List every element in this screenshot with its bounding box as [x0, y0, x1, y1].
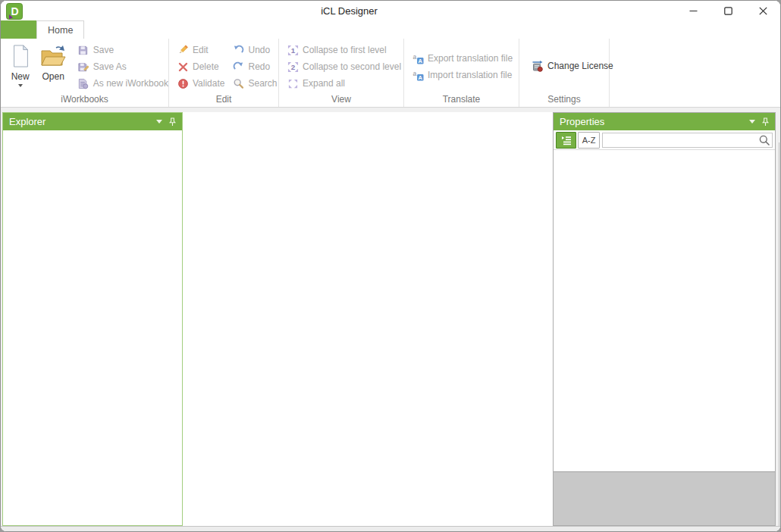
open-folder-icon — [39, 43, 67, 69]
validate-warning-icon — [177, 77, 189, 89]
window-bottom-strip — [1, 526, 780, 532]
svg-text:a: a — [412, 70, 416, 77]
open-button-label: Open — [42, 71, 64, 82]
properties-window-position-button[interactable] — [749, 120, 755, 124]
change-license-label: Change License — [547, 61, 613, 71]
delete-button[interactable]: Delete — [177, 58, 224, 75]
categorized-view-button[interactable] — [556, 132, 576, 149]
minimize-icon — [689, 7, 698, 15]
svg-text:A: A — [418, 57, 422, 64]
ribbon: New Open — [1, 39, 780, 108]
search-button-label: Search — [248, 78, 277, 89]
ribbon-group-view: 1 Collapse to first level 2 Collapse to … — [279, 39, 404, 107]
expand-all-label: Expand all — [303, 78, 345, 89]
ribbon-group-edit: Edit Delete Vali — [169, 39, 279, 107]
close-button[interactable] — [745, 1, 780, 20]
chevron-down-icon — [749, 120, 755, 124]
alphabetical-sort-label: A-Z — [582, 136, 596, 145]
properties-description-area — [554, 471, 775, 525]
collapse-to-second-level-icon: 2 — [287, 61, 299, 73]
chevron-down-icon — [18, 84, 23, 87]
save-as-icon — [77, 61, 89, 73]
redo-button-label: Redo — [248, 61, 270, 72]
search-button[interactable]: Search — [232, 75, 277, 92]
open-button[interactable]: Open — [38, 42, 67, 82]
pin-icon — [168, 117, 177, 127]
properties-list-area[interactable] — [554, 150, 775, 471]
close-icon — [759, 7, 767, 15]
as-new-iworkbook-button[interactable]: As new iWorkbook — [77, 75, 168, 92]
group-label-settings: Settings — [519, 94, 609, 105]
tab-home-label: Home — [48, 25, 73, 36]
properties-pin-button[interactable] — [761, 117, 770, 127]
explorer-pin-button[interactable] — [168, 117, 177, 127]
new-button[interactable]: New — [5, 42, 35, 87]
expand-all-button[interactable]: Expand all — [287, 75, 403, 92]
ribbon-group-translate: a A Export translation file a A Import t… — [404, 39, 519, 107]
change-license-button[interactable]: Change License — [532, 58, 613, 74]
collapse-second-level-button[interactable]: 2 Collapse to second level — [287, 58, 403, 75]
edit-pencil-icon — [177, 44, 189, 56]
undo-icon — [232, 44, 244, 56]
group-label-iworkbooks: iWorkbooks — [1, 94, 168, 105]
change-license-icon — [532, 60, 544, 72]
maximize-button[interactable] — [710, 1, 745, 20]
validate-button-label: Validate — [193, 78, 224, 89]
explorer-panel: Explorer — [2, 112, 183, 526]
ribbon-group-iworkbooks: New Open — [1, 39, 169, 107]
document-canvas — [183, 112, 553, 526]
delete-button-label: Delete — [193, 61, 219, 72]
expand-all-icon — [287, 77, 299, 89]
explorer-tree-area[interactable] — [3, 130, 182, 525]
ribbon-filler — [610, 39, 780, 107]
save-button-label: Save — [93, 45, 114, 55]
save-button[interactable]: Save — [77, 42, 168, 58]
minimize-button[interactable] — [676, 1, 710, 20]
group-label-translate: Translate — [404, 94, 519, 105]
export-translation-icon: a A — [412, 52, 424, 64]
redo-button[interactable]: Redo — [232, 58, 277, 75]
export-translation-button[interactable]: a A Export translation file — [412, 50, 519, 67]
app-window: D iCL Designer Home — [0, 0, 781, 532]
alphabetical-sort-button[interactable]: A-Z — [578, 132, 600, 149]
title-bar[interactable]: D iCL Designer — [1, 1, 780, 20]
pin-icon — [761, 117, 770, 127]
edit-button[interactable]: Edit — [177, 42, 224, 58]
application-menu-button[interactable] — [1, 20, 36, 39]
properties-search-box — [602, 133, 773, 148]
validate-button[interactable]: Validate — [177, 75, 224, 92]
group-label-edit: Edit — [169, 94, 278, 105]
properties-panel-header[interactable]: Properties — [554, 113, 775, 130]
right-edge-line — [779, 142, 779, 526]
window-title: iCL Designer — [23, 5, 676, 17]
collapse-second-digit: 2 — [290, 63, 295, 71]
new-button-label: New — [11, 71, 30, 82]
import-translation-label: Import translation file — [428, 70, 512, 80]
save-as-button[interactable]: Save As — [77, 58, 168, 75]
undo-button[interactable]: Undo — [232, 42, 277, 58]
properties-search-input[interactable] — [603, 134, 758, 146]
categorized-icon — [560, 134, 572, 146]
collapse-first-digit: 1 — [290, 46, 295, 55]
collapse-to-first-level-icon: 1 — [287, 44, 299, 56]
explorer-window-position-button[interactable] — [156, 120, 162, 124]
edit-button-label: Edit — [193, 45, 209, 55]
properties-panel-title: Properties — [560, 116, 743, 127]
search-icon — [758, 134, 770, 146]
explorer-panel-title: Explorer — [9, 116, 150, 127]
as-new-iworkbook-icon — [77, 77, 89, 89]
svg-text:A: A — [418, 74, 422, 80]
tab-home[interactable]: Home — [36, 20, 84, 39]
collapse-first-level-button[interactable]: 1 Collapse to first level — [287, 42, 403, 58]
new-document-icon — [9, 43, 32, 69]
collapse-first-level-label: Collapse to first level — [303, 45, 387, 55]
group-label-view: View — [279, 94, 403, 105]
window-controls — [676, 1, 780, 20]
collapse-second-level-label: Collapse to second level — [303, 61, 401, 72]
explorer-panel-header[interactable]: Explorer — [3, 113, 182, 130]
ribbon-group-settings: Change License Settings — [519, 39, 610, 107]
delete-x-icon — [177, 61, 189, 73]
right-edge-strip — [776, 112, 781, 526]
import-translation-button[interactable]: a A Import translation file — [412, 67, 519, 83]
ribbon-tab-row: Home — [1, 20, 780, 39]
